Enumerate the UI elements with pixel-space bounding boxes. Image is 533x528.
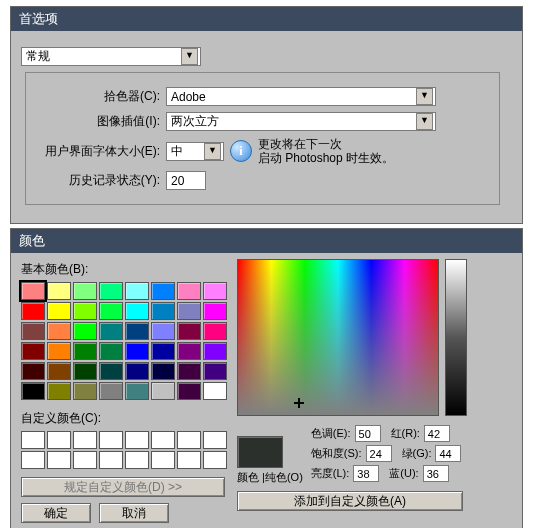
add-to-custom-button[interactable]: 添加到自定义颜色(A)	[237, 491, 463, 511]
basic-swatch[interactable]	[99, 382, 123, 400]
custom-swatch[interactable]	[177, 451, 201, 469]
green-input[interactable]: 44	[435, 445, 461, 462]
basic-swatch[interactable]	[151, 362, 175, 380]
custom-swatch[interactable]	[21, 431, 45, 449]
basic-swatch[interactable]	[125, 322, 149, 340]
custom-swatch[interactable]	[99, 451, 123, 469]
history-label: 历史记录状态(Y):	[32, 172, 166, 189]
basic-swatch[interactable]	[73, 382, 97, 400]
cancel-label: 取消	[122, 505, 146, 522]
custom-swatch[interactable]	[125, 451, 149, 469]
custom-swatch[interactable]	[125, 431, 149, 449]
interp-label: 图像插值(I):	[32, 113, 166, 130]
custom-swatch[interactable]	[47, 451, 71, 469]
hue-sat-picker[interactable]	[237, 259, 439, 416]
basic-swatch[interactable]	[203, 342, 227, 360]
ui-fontsize-dropdown[interactable]: 中 ▼	[166, 142, 224, 161]
colors-title: 颜色	[19, 233, 45, 248]
basic-swatch[interactable]	[21, 362, 45, 380]
sat-input[interactable]: 24	[366, 445, 392, 462]
custom-swatch[interactable]	[151, 451, 175, 469]
basic-swatch[interactable]	[203, 322, 227, 340]
basic-swatch[interactable]	[125, 342, 149, 360]
basic-swatch[interactable]	[21, 282, 45, 300]
basic-swatch[interactable]	[47, 362, 71, 380]
basic-swatch[interactable]	[47, 282, 71, 300]
custom-colors-grid	[21, 431, 227, 469]
basic-swatch[interactable]	[47, 322, 71, 340]
chevron-down-icon: ▼	[204, 143, 221, 160]
custom-swatch[interactable]	[73, 451, 97, 469]
basic-swatch[interactable]	[151, 342, 175, 360]
custom-swatch[interactable]	[73, 431, 97, 449]
custom-swatch[interactable]	[47, 431, 71, 449]
add-to-custom-label: 添加到自定义颜色(A)	[294, 493, 406, 510]
basic-swatch[interactable]	[47, 382, 71, 400]
hue-input[interactable]: 50	[355, 425, 381, 442]
hue-label: 色调(E):	[311, 426, 351, 441]
category-dropdown[interactable]: 常规 ▼	[21, 47, 201, 66]
basic-swatch[interactable]	[47, 342, 71, 360]
ok-button[interactable]: 确定	[21, 503, 91, 523]
basic-swatch[interactable]	[73, 302, 97, 320]
basic-swatch[interactable]	[125, 362, 149, 380]
basic-swatch[interactable]	[47, 302, 71, 320]
basic-swatch[interactable]	[99, 282, 123, 300]
custom-swatch[interactable]	[203, 451, 227, 469]
basic-swatch[interactable]	[125, 282, 149, 300]
history-states-input[interactable]: 20	[166, 171, 206, 190]
fontsize-label: 用户界面字体大小(E):	[32, 143, 166, 160]
preferences-panel: 首选项 常规 ▼ 拾色器(C): Adobe ▼ 图像插值(I): 两次立方 ▼	[10, 6, 523, 224]
lum-input[interactable]: 38	[353, 465, 379, 482]
basic-swatch[interactable]	[21, 302, 45, 320]
cancel-button[interactable]: 取消	[99, 503, 169, 523]
basic-swatch[interactable]	[125, 302, 149, 320]
basic-swatch[interactable]	[99, 362, 123, 380]
basic-swatch[interactable]	[203, 362, 227, 380]
red-input[interactable]: 42	[424, 425, 450, 442]
color-picker-dropdown[interactable]: Adobe ▼	[166, 87, 436, 106]
custom-swatch[interactable]	[203, 431, 227, 449]
basic-swatch[interactable]	[99, 322, 123, 340]
colors-panel: 颜色 基本颜色(B): 自定义颜色(C): 规定自定义颜色(D) >> 确定 取…	[10, 228, 523, 528]
chevron-down-icon: ▼	[416, 88, 433, 105]
blue-input[interactable]: 36	[423, 465, 449, 482]
basic-swatch[interactable]	[21, 322, 45, 340]
color-solid-label: 颜色 |纯色(O)	[237, 470, 303, 485]
custom-swatch[interactable]	[99, 431, 123, 449]
basic-swatch[interactable]	[177, 302, 201, 320]
basic-swatch[interactable]	[73, 282, 97, 300]
basic-swatch[interactable]	[99, 342, 123, 360]
info-icon: i	[230, 140, 252, 162]
basic-swatch[interactable]	[125, 382, 149, 400]
info-text-1: 更改将在下一次	[258, 137, 394, 151]
category-value: 常规	[26, 48, 50, 65]
custom-swatch[interactable]	[21, 451, 45, 469]
basic-swatch[interactable]	[99, 302, 123, 320]
basic-swatch[interactable]	[177, 322, 201, 340]
basic-swatch[interactable]	[21, 382, 45, 400]
basic-swatch[interactable]	[177, 362, 201, 380]
basic-swatch[interactable]	[73, 362, 97, 380]
fontsize-value: 中	[171, 143, 183, 160]
basic-swatch[interactable]	[73, 322, 97, 340]
basic-swatch[interactable]	[177, 342, 201, 360]
basic-swatch[interactable]	[151, 282, 175, 300]
luminance-slider[interactable]	[445, 259, 467, 416]
blue-label: 蓝(U):	[389, 466, 418, 481]
basic-swatch[interactable]	[151, 382, 175, 400]
image-interp-dropdown[interactable]: 两次立方 ▼	[166, 112, 436, 131]
basic-swatch[interactable]	[151, 322, 175, 340]
custom-swatch[interactable]	[177, 431, 201, 449]
basic-swatch[interactable]	[203, 382, 227, 400]
basic-swatch[interactable]	[203, 302, 227, 320]
basic-swatch[interactable]	[177, 382, 201, 400]
basic-swatch[interactable]	[73, 342, 97, 360]
define-custom-color-button[interactable]: 规定自定义颜色(D) >>	[21, 477, 225, 497]
custom-swatch[interactable]	[151, 431, 175, 449]
basic-swatch[interactable]	[21, 342, 45, 360]
chevron-down-icon: ▼	[181, 48, 198, 65]
basic-swatch[interactable]	[203, 282, 227, 300]
basic-swatch[interactable]	[151, 302, 175, 320]
basic-swatch[interactable]	[177, 282, 201, 300]
